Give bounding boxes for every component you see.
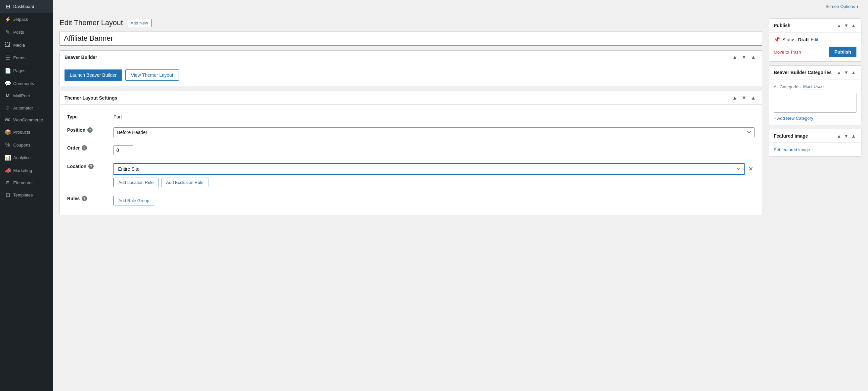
sidebar-item-label: MailPoet [13, 93, 30, 98]
sidebar-item-marketing[interactable]: 📣 Marketing [0, 164, 53, 177]
launch-beaver-builder-button[interactable]: Launch Beaver Builder [64, 69, 122, 81]
order-input[interactable] [114, 145, 133, 155]
position-label: Position [67, 127, 85, 133]
publish-actions: Move to Trash Publish [774, 47, 857, 57]
sidebar-item-forms[interactable]: ☰ Forms [0, 51, 53, 64]
add-rule-group-button[interactable]: Add Rule Group [114, 196, 154, 205]
status-row: 📌 Status: Draft Edit [774, 36, 857, 43]
set-featured-image-link[interactable]: Set featured image [774, 147, 810, 152]
beaver-builder-metabox-body: Launch Beaver Builder View Themer Layout [60, 64, 762, 86]
most-used-tab[interactable]: Most Used [803, 83, 824, 90]
sidebar-item-woocommerce[interactable]: WC WooCommerce [0, 114, 53, 126]
sidebar-item-dashboard[interactable]: ⊞ Dashboard [0, 0, 53, 13]
posts-icon: ✎ [5, 29, 10, 35]
add-new-category-link[interactable]: + Add New Category [774, 116, 813, 121]
featured-image-up-button[interactable]: ▲ [836, 133, 842, 139]
sidebar-item-posts[interactable]: ✎ Posts [0, 26, 53, 39]
position-select[interactable]: Before Header After Header Before Footer… [114, 127, 754, 137]
themer-settings-metabox: Themer Layout Settings ▲ ▼ ▲ Type [60, 91, 762, 215]
themer-metabox-controls: ▲ ▼ ▲ [731, 95, 757, 101]
media-icon: 🖼 [5, 42, 10, 48]
layout-title-input[interactable] [60, 31, 762, 46]
publish-panel-down-button[interactable]: ▼ [843, 22, 849, 29]
location-help-icon[interactable]: ? [88, 164, 94, 169]
sidebar-item-products[interactable]: 📦 Products [0, 126, 53, 139]
publish-panel-up-button[interactable]: ▲ [836, 22, 842, 29]
sidebar-item-coupons[interactable]: % Coupons [0, 139, 53, 151]
beaver-builder-metabox-title: Beaver Builder [64, 55, 97, 60]
categories-panel-up-button[interactable]: ▲ [836, 69, 842, 76]
categories-panel-down-button[interactable]: ▼ [843, 69, 849, 76]
sidebar-item-label: Posts [13, 30, 24, 35]
status-edit-link[interactable]: Edit [811, 37, 818, 42]
automator-icon: ☺ [5, 105, 10, 111]
add-exclusion-rule-button[interactable]: Add Exclusion Rule [161, 178, 208, 187]
location-select[interactable]: Entire Site Front Page Blog / Posts Page… [114, 163, 745, 175]
type-value: Part [114, 114, 122, 119]
featured-image-collapse-button[interactable]: ▲ [850, 133, 857, 139]
featured-image-panel: Featured image ▲ ▼ ▲ Set featured image [769, 129, 861, 156]
topbar: Screen Options ▾ [53, 0, 868, 13]
rules-help-icon[interactable]: ? [82, 196, 87, 201]
metabox-collapse-button[interactable]: ▲ [749, 54, 757, 61]
publish-panel: Publish ▲ ▼ ▲ 📌 Status: Draft Edit [769, 19, 861, 62]
add-new-button[interactable]: Add New [127, 19, 152, 27]
view-themer-layout-button[interactable]: View Themer Layout [125, 69, 179, 81]
sidebar-item-automator[interactable]: ☺ Automator [0, 101, 53, 114]
comments-icon: 💬 [5, 80, 10, 87]
categories-panel-collapse-button[interactable]: ▲ [850, 69, 857, 76]
rules-label: Rules [67, 196, 80, 201]
order-help-icon[interactable]: ? [82, 145, 87, 151]
coupons-icon: % [5, 142, 10, 148]
sidebar-item-jetpack[interactable]: ⚡ Jetpack [0, 13, 53, 26]
mailpoet-icon: M [5, 93, 10, 98]
sidebar-item-label: Automator [13, 106, 33, 111]
themer-metabox-collapse-button[interactable]: ▲ [749, 95, 757, 101]
sidebar-item-label: WooCommerce [13, 117, 43, 122]
forms-icon: ☰ [5, 55, 10, 61]
dashboard-icon: ⊞ [5, 3, 10, 9]
sidebar-item-pages[interactable]: 📄 Pages [0, 64, 53, 77]
bb-buttons: Launch Beaver Builder View Themer Layout [64, 69, 757, 81]
location-remove-button[interactable]: ✕ [747, 165, 754, 173]
sidebar-item-elementor[interactable]: E Elementor [0, 177, 53, 188]
publish-button[interactable]: Publish [829, 47, 857, 57]
featured-image-down-button[interactable]: ▼ [843, 133, 849, 139]
sidebar-item-media[interactable]: 🖼 Media [0, 39, 53, 51]
order-label: Order [67, 145, 80, 151]
beaver-builder-metabox: Beaver Builder ▲ ▼ ▲ Launch Beaver Build… [60, 50, 762, 86]
sidebar-item-mailpoet[interactable]: M MailPoet [0, 90, 53, 101]
position-help-icon[interactable]: ? [87, 127, 93, 133]
products-icon: 📦 [5, 129, 10, 135]
themer-settings-metabox-body: Type Part Position [60, 105, 762, 215]
main-area: Screen Options ▾ Edit Themer Layout Add … [53, 0, 868, 391]
settings-table: Type Part Position [64, 110, 757, 209]
themer-metabox-down-button[interactable]: ▼ [740, 95, 748, 101]
add-location-rule-button[interactable]: Add Location Rule [114, 178, 158, 187]
themer-settings-metabox-header: Themer Layout Settings ▲ ▼ ▲ [60, 91, 762, 105]
sidebar-item-label: Coupons [13, 143, 30, 148]
publish-panel-body: 📌 Status: Draft Edit Move to Trash Publi… [769, 32, 861, 61]
type-label-cell: Type [64, 110, 111, 123]
sidebar-item-analytics[interactable]: 📊 Analytics [0, 151, 53, 164]
themer-metabox-up-button[interactable]: ▲ [731, 95, 739, 101]
sidebar-item-comments[interactable]: 💬 Comments [0, 77, 53, 90]
metabox-down-button[interactable]: ▼ [740, 54, 748, 61]
sidebar-item-templates[interactable]: ⊡ Templates [0, 188, 53, 202]
category-tabs: All Categories Most Used [774, 83, 857, 90]
status-value: Draft [798, 37, 809, 42]
sidebar-item-label: Media [13, 43, 25, 48]
move-to-trash-button[interactable]: Move to Trash [774, 50, 801, 55]
sidebar-item-label: Elementor [13, 180, 33, 185]
position-value-cell: Before Header After Header Before Footer… [111, 123, 757, 141]
screen-options-button[interactable]: Screen Options ▾ [823, 3, 861, 10]
rules-row: Rules ? Add Rule Group [64, 191, 757, 209]
sidebar-item-label: Marketing [13, 168, 32, 173]
type-label: Type [67, 114, 78, 119]
chevron-down-icon: ▾ [857, 4, 859, 9]
featured-image-panel-body: Set featured image [769, 143, 861, 156]
all-categories-tab[interactable]: All Categories [774, 83, 801, 90]
publish-panel-collapse-button[interactable]: ▲ [850, 22, 857, 29]
position-label-cell: Position ? [64, 123, 111, 141]
metabox-up-button[interactable]: ▲ [731, 54, 739, 61]
